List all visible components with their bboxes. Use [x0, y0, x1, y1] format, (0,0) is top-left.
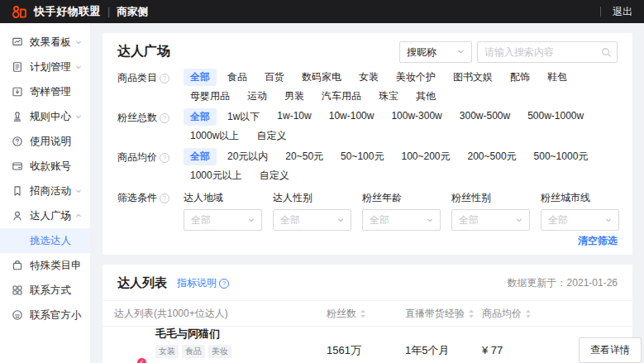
- logout-button[interactable]: 退出: [613, 5, 632, 19]
- adv-filter-label: 达人性别: [273, 191, 351, 205]
- question-circle-icon[interactable]: ?: [160, 74, 169, 84]
- adv-filter-select-influencer-gender[interactable]: 全部: [273, 209, 351, 231]
- sidebar-item-sample-management[interactable]: 寄样管理: [0, 79, 90, 104]
- chevron-down-icon: [75, 188, 82, 194]
- column-experience-sort[interactable]: 直播带货经验: [405, 307, 482, 321]
- filter-option-avg-price-6[interactable]: 500~1000元: [527, 148, 595, 165]
- filter-option-category-14[interactable]: 其他: [409, 88, 442, 105]
- sidebar-item-label: 计划管理: [30, 60, 75, 74]
- filter-option-category-11[interactable]: 男装: [278, 88, 311, 105]
- verified-badge-icon: ✓: [136, 357, 147, 363]
- sidebar-item-influencer-plaza[interactable]: 达人广场: [0, 203, 90, 228]
- filter-option-avg-price-0[interactable]: 全部: [184, 148, 217, 165]
- sidebar-item-investment-activity[interactable]: 招商活动: [0, 179, 90, 203]
- clear-filters-link[interactable]: 清空筛选: [578, 235, 618, 246]
- filter-option-avg-price-7[interactable]: 1000元以上: [184, 167, 249, 184]
- sidebar-item-payment-account[interactable]: 收款账号: [0, 154, 90, 179]
- avg-price: ¥ 77: [482, 344, 562, 356]
- sidebar-item-label: 达人广场: [30, 209, 75, 223]
- filter-option-category-4[interactable]: 女装: [352, 69, 385, 86]
- filter-row-avg-price: 商品均价?全部20元以内20~50元50~100元100~200元200~500…: [117, 148, 618, 186]
- filter-option-category-12[interactable]: 汽车用品: [315, 88, 368, 105]
- filter-option-category-5[interactable]: 美妆个护: [389, 69, 442, 86]
- search-input[interactable]: [477, 41, 618, 63]
- filter-option-avg-price-4[interactable]: 100~200元: [394, 148, 456, 165]
- adv-filter-select-influencer-region[interactable]: 全部: [184, 209, 262, 231]
- filter-option-avg-price-2[interactable]: 20~50元: [279, 148, 330, 165]
- filter-option-category-2[interactable]: 百货: [258, 69, 291, 86]
- table-header-row: 达人列表(共1000+位达人) 粉丝数 直播带货经验 商品均价: [103, 300, 632, 327]
- sidebar-item-rule-center[interactable]: 规则中心: [0, 104, 90, 129]
- filter-option-category-1[interactable]: 食品: [221, 69, 254, 86]
- filter-option-avg-price-5[interactable]: 200~500元: [461, 148, 523, 165]
- filter-option-fans-total-3[interactable]: 10w-100w: [322, 108, 381, 126]
- sidebar-item-special-category[interactable]: 特殊类目申请推广: [0, 253, 90, 278]
- filter-option-avg-price-3[interactable]: 50~100元: [334, 148, 390, 165]
- adv-filter-select-fans-age[interactable]: 全部: [362, 209, 441, 231]
- adv-filter-select-fans-gender[interactable]: 全部: [451, 209, 530, 231]
- sidebar-subitem-pick-influencer[interactable]: 挑选达人: [0, 228, 90, 253]
- plan-icon: [12, 61, 23, 73]
- dashboard-icon: [12, 36, 23, 48]
- filter-option-fans-total-0[interactable]: 全部: [184, 108, 217, 126]
- rule-icon: [12, 111, 23, 122]
- sidebar-item-contact-support[interactable]: 联系官方小二: [0, 303, 90, 327]
- sidebar-item-plan-management[interactable]: 计划管理: [0, 55, 90, 79]
- filter-option-category-7[interactable]: 配饰: [503, 69, 537, 86]
- chevron-down-icon: [337, 214, 344, 226]
- column-fans-sort[interactable]: 粉丝数: [327, 307, 405, 321]
- question-circle-icon[interactable]: ?: [160, 193, 169, 203]
- filter-label-fans-total: 粉丝总数?: [117, 108, 184, 125]
- view-detail-button[interactable]: 查看详情: [579, 337, 642, 363]
- filter-label-avg-price: 商品均价?: [117, 148, 184, 165]
- filter-option-category-0[interactable]: 全部: [184, 69, 217, 86]
- filter-option-avg-price-8[interactable]: 自定义: [253, 167, 296, 184]
- question-circle-icon: ?: [219, 279, 229, 289]
- filter-option-fans-total-5[interactable]: 300w-500w: [453, 108, 517, 126]
- column-price-sort[interactable]: 商品均价: [482, 307, 562, 321]
- filter-option-fans-total-4[interactable]: 100w-300w: [384, 108, 448, 126]
- search-icon[interactable]: [601, 46, 612, 61]
- filter-option-category-9[interactable]: 母婴用品: [184, 88, 236, 105]
- filter-option-category-8[interactable]: 鞋包: [541, 69, 574, 86]
- sidebar-item-effect-board[interactable]: 效果看板: [0, 30, 90, 55]
- filter-option-category-13[interactable]: 珠宝: [372, 88, 405, 105]
- filter-option-fans-total-2[interactable]: 1w-10w: [270, 108, 317, 126]
- filter-option-fans-total-1[interactable]: 1w以下: [221, 108, 266, 126]
- merchant-side-label: 商家侧: [117, 5, 148, 19]
- adv-filter-fans-gender: 粉丝性别全部: [451, 191, 530, 231]
- sidebar-item-label: 联系方式: [30, 284, 82, 298]
- search-type-select[interactable]: 搜昵称: [399, 41, 472, 63]
- filter-option-category-6[interactable]: 图书文娱: [446, 69, 499, 86]
- filter-option-fans-total-7[interactable]: 1000w以上: [184, 127, 246, 145]
- category-tag: 女装: [155, 345, 179, 358]
- sample-icon: [12, 86, 23, 98]
- help-icon: [12, 136, 23, 147]
- filter-option-category-10[interactable]: 运动: [241, 88, 274, 105]
- chevron-down-icon: [605, 214, 612, 226]
- activity-icon: [12, 185, 23, 197]
- sidebar-item-label: 招商活动: [30, 184, 75, 198]
- filter-option-category-3[interactable]: 数码家电: [295, 69, 348, 86]
- chevron-down-icon: [427, 214, 433, 226]
- sidebar-item-contact-info[interactable]: 联系方式: [0, 278, 90, 303]
- question-circle-icon[interactable]: ?: [160, 153, 169, 163]
- filter-option-fans-total-6[interactable]: 500w-1000w: [521, 108, 590, 126]
- user-icon: [12, 210, 23, 222]
- filter-label-category: 商品类目?: [117, 69, 184, 85]
- filter-option-fans-total-8[interactable]: 自定义: [250, 127, 293, 145]
- adv-filter-select-fans-city-tier[interactable]: 全部: [541, 209, 619, 231]
- sidebar-item-usage-guide[interactable]: 使用说明: [0, 129, 90, 154]
- indicator-guide-link[interactable]: 指标说明 ?: [177, 276, 229, 290]
- influencer-list-card: 达人列表 指标说明 ? 数据更新于：2021-01-26 达人列表(共1000+…: [103, 265, 632, 363]
- sidebar-item-label: 寄样管理: [30, 85, 82, 99]
- question-circle-icon[interactable]: ?: [160, 113, 169, 123]
- influencer-plaza-filter-card: 搜昵称 达人广场 商品类目?全部食品百货数码家电女装美妆: [103, 33, 632, 255]
- adv-filter-influencer-region: 达人地域全部: [184, 191, 262, 231]
- sort-icon: [525, 309, 532, 318]
- top-bar: 快手好物联盟 | 商家侧 退出: [0, 0, 644, 23]
- filter-option-avg-price-1[interactable]: 20元以内: [221, 148, 274, 165]
- category-tag: 美妆: [208, 345, 231, 358]
- search-type-value: 搜昵称: [407, 45, 436, 60]
- chevron-down-icon: [457, 46, 465, 58]
